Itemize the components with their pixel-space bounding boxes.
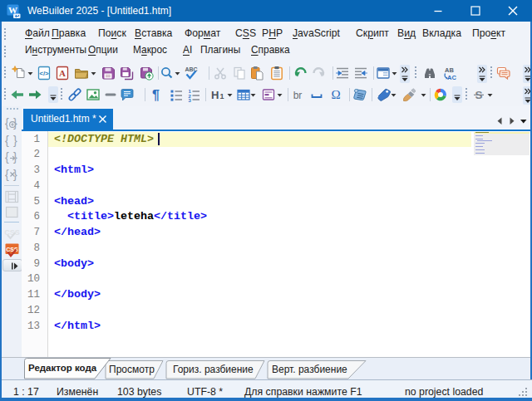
svg-text:{: { (5, 150, 9, 164)
svg-text:}: } (13, 134, 17, 147)
svg-text:br: br (293, 90, 303, 101)
svg-text:{: { (5, 168, 9, 181)
svg-text:3: 3 (189, 98, 192, 102)
svg-text:AC: AC (447, 74, 456, 81)
svg-text:1: 1 (220, 92, 224, 100)
svg-text:</>: </> (39, 70, 49, 77)
svg-text:A: A (59, 68, 66, 78)
svg-text:}: } (13, 116, 17, 130)
svg-text:{: { (5, 134, 9, 147)
svg-text:CSS: CSS (6, 247, 18, 252)
svg-text:Ω: Ω (331, 88, 340, 101)
svg-text:{: { (5, 116, 9, 130)
svg-text:W: W (8, 5, 17, 15)
svg-text:¶: ¶ (152, 88, 160, 102)
svg-text:}: } (13, 168, 17, 181)
svg-text:H: H (211, 89, 219, 101)
svg-text:CSS: CSS (4, 228, 20, 237)
